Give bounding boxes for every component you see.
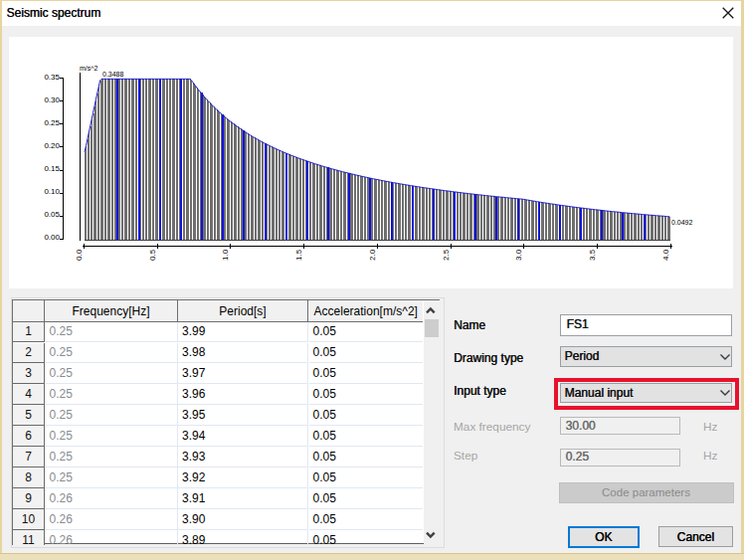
svg-text:1.0: 1.0 bbox=[221, 249, 230, 261]
svg-text:0.0: 0.0 bbox=[75, 249, 84, 261]
svg-text:0.10: 0.10 bbox=[44, 187, 60, 196]
svg-text:4.0: 4.0 bbox=[661, 249, 670, 261]
svg-text:0.35: 0.35 bbox=[44, 73, 60, 82]
svg-text:0.0492: 0.0492 bbox=[671, 219, 693, 226]
svg-text:0.15: 0.15 bbox=[44, 164, 60, 173]
svg-text:0.5: 0.5 bbox=[148, 249, 157, 261]
svg-text:0.00: 0.00 bbox=[44, 233, 60, 242]
svg-text:2.5: 2.5 bbox=[442, 249, 451, 261]
svg-text:0.05: 0.05 bbox=[44, 210, 60, 219]
svg-text:3.5: 3.5 bbox=[588, 249, 597, 261]
svg-text:0.20: 0.20 bbox=[44, 141, 60, 150]
svg-text:m/s^2: m/s^2 bbox=[80, 65, 98, 72]
svg-text:0.3488: 0.3488 bbox=[102, 71, 124, 78]
svg-text:0.30: 0.30 bbox=[44, 95, 60, 104]
svg-text:3.0: 3.0 bbox=[514, 249, 523, 261]
svg-text:0.25: 0.25 bbox=[44, 118, 60, 127]
svg-text:1.5: 1.5 bbox=[294, 249, 303, 261]
svg-text:2.0: 2.0 bbox=[368, 249, 377, 261]
